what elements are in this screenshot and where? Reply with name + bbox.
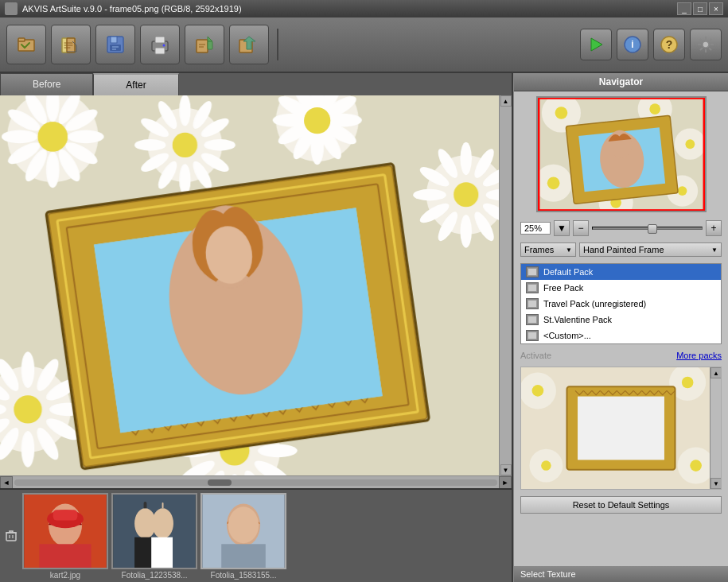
- close-button[interactable]: ×: [709, 2, 723, 15]
- pack-item-travel[interactable]: Travel Pack (unregistered): [521, 296, 721, 312]
- pack-item-free[interactable]: Free Pack: [521, 280, 721, 296]
- thumbnail-strip: kart2.jpg Fotolia_1223538.: [0, 488, 512, 582]
- scroll-up-arrow[interactable]: ▲: [500, 95, 512, 107]
- help-button[interactable]: ?: [653, 29, 685, 60]
- zoom-slider[interactable]: [592, 227, 703, 230]
- svg-rect-123: [6, 533, 16, 541]
- tab-before[interactable]: Before: [0, 73, 93, 95]
- pack-icon-custom: [526, 330, 539, 341]
- svg-point-107: [179, 164, 191, 195]
- svg-point-101: [179, 95, 191, 126]
- svg-marker-14: [591, 38, 602, 51]
- svg-rect-9: [155, 48, 165, 54]
- svg-rect-128: [53, 510, 78, 520]
- tab-after[interactable]: After: [93, 73, 178, 95]
- thumb-label-2: Fotolia_1223538...: [111, 571, 197, 580]
- select-texture-label: Select Texture: [520, 569, 576, 579]
- svg-rect-11: [197, 40, 208, 52]
- category-dropdown[interactable]: Frames ▼: [520, 242, 576, 257]
- pack-item-valentine[interactable]: St.Valentine Pack: [521, 312, 721, 328]
- frame-controls: Frames ▼ Hand Painted Frame ▼: [514, 239, 728, 260]
- zoom-value[interactable]: 25%: [520, 222, 551, 235]
- svg-point-131: [152, 508, 173, 538]
- tabs[interactable]: Before After: [0, 73, 512, 95]
- pack-item-default[interactable]: Default Pack: [521, 264, 721, 280]
- svg-rect-167: [578, 397, 664, 460]
- scroll-down-arrow[interactable]: ▼: [500, 464, 512, 475]
- save-button[interactable]: [95, 25, 135, 64]
- svg-rect-133: [151, 537, 173, 567]
- export-button[interactable]: [185, 25, 224, 64]
- print-button[interactable]: [140, 25, 180, 64]
- reset-button[interactable]: Reset to Default Settings: [520, 496, 722, 514]
- svg-point-146: [547, 177, 559, 189]
- open-file-button[interactable]: [51, 25, 91, 64]
- delete-button[interactable]: [3, 498, 19, 574]
- svg-point-144: [685, 139, 695, 149]
- app-icon: [5, 2, 18, 15]
- svg-point-140: [555, 107, 567, 119]
- pack-item-custom[interactable]: <Custom>...: [521, 328, 721, 343]
- svg-line-24: [700, 39, 703, 41]
- svg-point-142: [649, 103, 660, 114]
- thumb-label-1: kart2.jpg: [22, 571, 108, 580]
- svg-point-150: [677, 186, 687, 196]
- svg-point-160: [682, 377, 694, 389]
- svg-line-27: [700, 48, 703, 50]
- right-panel: Navigator: [513, 73, 728, 582]
- svg-point-104: [204, 139, 235, 151]
- svg-point-110: [134, 139, 165, 151]
- select-texture-bar[interactable]: Select Texture: [514, 566, 728, 582]
- svg-point-57: [304, 107, 330, 134]
- titlebar-controls[interactable]: _ □ ×: [677, 2, 723, 15]
- thumbnail-1[interactable]: kart2.jpg: [22, 493, 108, 580]
- info-button[interactable]: i: [617, 29, 648, 60]
- svg-point-85: [14, 395, 41, 423]
- settings-button[interactable]: [690, 29, 722, 60]
- canvas-area[interactable]: [0, 95, 499, 475]
- svg-point-40: [2, 130, 38, 144]
- frame-dropdown-label: Hand Painted Frame: [583, 245, 664, 254]
- svg-point-43: [37, 122, 67, 151]
- maximize-button[interactable]: □: [693, 2, 707, 15]
- main-area: Before After: [0, 73, 728, 582]
- canvas-vertical-scrollbar[interactable]: ▲ ▼: [499, 95, 512, 475]
- frame-dropdown[interactable]: Hand Painted Frame ▼: [579, 242, 722, 257]
- minimize-button[interactable]: _: [677, 2, 691, 15]
- scroll-left-arrow[interactable]: ◄: [0, 476, 13, 489]
- more-packs-link[interactable]: More packs: [676, 351, 722, 360]
- canvas-wrapper: ▲ ▼: [0, 95, 512, 475]
- thumb-image-2[interactable]: [111, 493, 197, 569]
- canvas-horizontal-scrollbar[interactable]: ◄ ►: [0, 475, 512, 488]
- svg-point-164: [541, 460, 551, 471]
- toolbar: i ?: [0, 17, 728, 73]
- zoom-out-button[interactable]: −: [573, 220, 589, 236]
- pack-actions: Activate More packs: [514, 347, 728, 363]
- navigator-header: Navigator: [514, 73, 728, 91]
- preview-scroll-down[interactable]: ▼: [710, 478, 722, 489]
- share-button[interactable]: [229, 25, 269, 64]
- zoom-slider-thumb[interactable]: [648, 224, 657, 234]
- pack-icon-travel: [526, 298, 539, 309]
- thumbnail-2[interactable]: Fotolia_1223538...: [111, 493, 197, 580]
- scroll-right-arrow[interactable]: ►: [499, 476, 512, 489]
- scroll-thumb[interactable]: [208, 479, 232, 486]
- preview-scrollbar[interactable]: ▲ ▼: [710, 367, 721, 489]
- scroll-track[interactable]: [14, 479, 497, 486]
- zoom-dropdown-button[interactable]: ▼: [554, 220, 570, 236]
- thumbnail-3[interactable]: Fotolia_1583155...: [200, 493, 286, 580]
- thumb-image-3[interactable]: [200, 493, 286, 569]
- play-button[interactable]: [580, 29, 612, 60]
- svg-rect-8: [155, 37, 165, 43]
- svg-point-10: [163, 45, 165, 47]
- svg-rect-137: [221, 544, 266, 568]
- navigator-preview[interactable]: [536, 96, 707, 212]
- pack-name-custom: <Custom>...: [543, 331, 591, 340]
- thumb-image-1[interactable]: [22, 493, 108, 569]
- preview-scroll-up[interactable]: ▲: [710, 367, 722, 378]
- open-button[interactable]: [6, 25, 46, 64]
- svg-text:?: ?: [666, 38, 673, 51]
- zoom-in-button[interactable]: +: [706, 220, 722, 236]
- svg-point-65: [460, 215, 472, 248]
- frame-preview: ▲ ▼: [520, 367, 722, 490]
